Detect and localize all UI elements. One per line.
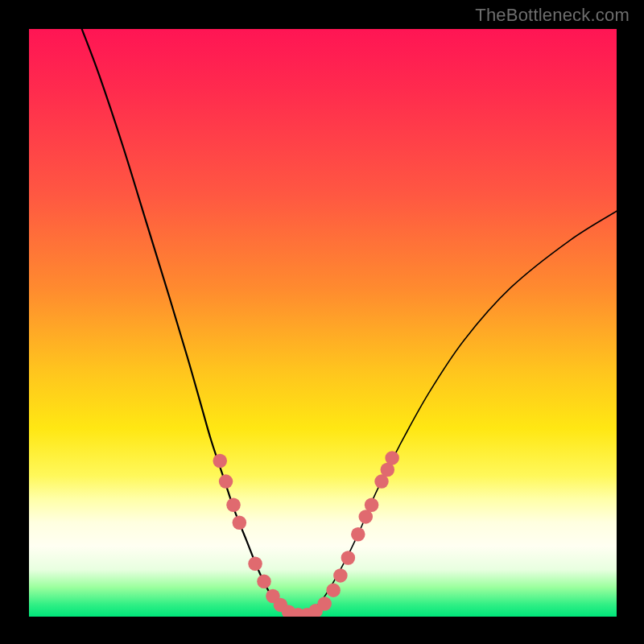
highlight-marker	[226, 498, 241, 513]
curve-left-branch	[82, 29, 299, 617]
highlight-marker	[326, 583, 341, 597]
highlight-marker	[213, 454, 227, 469]
highlight-marker	[351, 527, 365, 542]
highlight-marker	[317, 597, 332, 611]
plot-area	[29, 29, 617, 617]
highlight-marker	[341, 551, 356, 565]
highlight-marker	[257, 574, 271, 588]
highlight-marker	[365, 498, 379, 513]
highlight-marker	[219, 474, 233, 489]
watermark-text: TheBottleneck.com	[475, 5, 630, 26]
highlight-marker	[248, 557, 262, 572]
highlight-marker	[385, 451, 399, 465]
chart-stage: TheBottleneck.com	[0, 0, 644, 644]
chart-overlay-svg	[29, 29, 617, 617]
highlight-marker	[233, 515, 247, 530]
highlight-marker	[333, 568, 348, 583]
highlight-marker-group	[213, 451, 398, 617]
